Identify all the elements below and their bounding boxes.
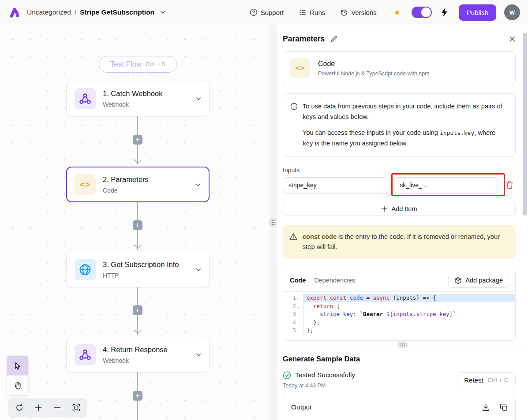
publish-button[interactable]: Publish	[459, 4, 496, 21]
code-editor[interactable]: 1⌄export const code = async (inputs) => …	[283, 291, 515, 340]
output-card: Output	[283, 396, 516, 420]
download-output-button[interactable]	[482, 403, 490, 412]
flow-canvas[interactable]: Test Flow Ctrl + D + + + + 1. Catch Webh…	[0, 25, 270, 420]
zoom-in-button[interactable]	[29, 398, 48, 417]
step-chevron-icon[interactable]	[195, 266, 202, 273]
panel-scrollbar-thumb[interactable]	[523, 33, 527, 216]
info-paragraph-2: You can access these inputs in your code…	[303, 128, 507, 149]
webhook-icon	[75, 88, 96, 109]
code-line-gutter: 1⌄	[283, 294, 303, 302]
step-subtitle: Code	[103, 187, 187, 194]
tab-dependencies[interactable]: Dependencies	[314, 277, 355, 284]
grip-dots-icon	[271, 220, 275, 225]
warning-text: const code is the entry to the code. If …	[303, 232, 508, 253]
code-line-gutter: 3	[283, 310, 303, 319]
code-line[interactable]: 4 };	[283, 319, 515, 327]
flow-title[interactable]: Stripe GetSubscription	[80, 8, 154, 16]
minus-icon	[53, 404, 61, 412]
activepieces-logo-icon[interactable]	[9, 7, 21, 19]
test-flow-label: Test Flow	[110, 60, 142, 69]
step-title: 2. Parameters	[103, 175, 187, 184]
select-tool-button[interactable]	[7, 356, 28, 375]
code-line[interactable]: 5};	[283, 327, 515, 335]
connector-arrow-icon	[134, 330, 142, 334]
test-status-text: Tested Successfully	[295, 371, 355, 379]
delete-input-button[interactable]	[504, 179, 516, 191]
fit-view-button[interactable]	[67, 398, 86, 417]
download-icon	[482, 403, 490, 412]
key-code: key	[303, 140, 313, 147]
step-title: 1. Catch Webhook	[103, 89, 188, 98]
add-package-button[interactable]: Add package	[448, 273, 509, 288]
test-timestamp: Today at 4:43 PM	[283, 383, 457, 389]
warning-triangle-icon	[289, 233, 297, 240]
instant-run-bolt-icon[interactable]	[441, 8, 448, 17]
add-step-button[interactable]: +	[133, 135, 142, 145]
globe-icon	[75, 259, 96, 280]
code-line[interactable]: 2⌄ return {	[283, 302, 515, 311]
canvas-zoom-group	[8, 398, 87, 417]
fit-view-icon	[72, 403, 81, 412]
support-button[interactable]: Support	[250, 8, 284, 16]
close-icon	[509, 36, 516, 42]
versions-button[interactable]: Versions	[340, 8, 377, 16]
add-item-button[interactable]: Add Item	[283, 202, 516, 216]
rename-step-button[interactable]	[330, 35, 337, 43]
step-settings-panel: Parameters <> Code Powerful Node.js & Ty…	[277, 25, 528, 420]
input-key-field[interactable]	[283, 177, 388, 193]
flow-enabled-toggle[interactable]	[412, 7, 432, 18]
connector-arrow-icon	[134, 245, 142, 249]
runs-button[interactable]: Runs	[299, 8, 325, 16]
step-chevron-icon[interactable]	[195, 95, 202, 102]
copy-output-button[interactable]	[500, 403, 508, 412]
step-chevron-icon[interactable]	[195, 351, 202, 358]
pencil-icon	[330, 35, 337, 43]
add-step-button[interactable]: +	[133, 220, 142, 230]
step-chevron-icon[interactable]	[195, 181, 202, 188]
top-header: Uncategorized / Stripe GetSubscription S…	[0, 0, 528, 25]
code-line[interactable]: 1⌄export const code = async (inputs) => …	[283, 294, 515, 302]
section-divider	[277, 345, 528, 345]
flow-menu-chevron-icon[interactable]	[160, 9, 166, 15]
add-step-button[interactable]: +	[133, 391, 142, 401]
test-flow-shortcut: Ctrl + D	[146, 61, 165, 67]
step-card-return-response[interactable]: 4. Return Response Webhook	[66, 337, 210, 372]
panel-resize-divider[interactable]	[270, 25, 277, 420]
copy-icon	[500, 403, 508, 412]
user-avatar[interactable]: W	[504, 4, 520, 20]
retest-button[interactable]: Retest Ctrl + G	[457, 372, 516, 388]
section-resize-handle[interactable]	[397, 342, 408, 348]
step-card-parameters[interactable]: <> 2. Parameters Code	[66, 167, 210, 202]
code-icon: <>	[75, 174, 96, 195]
code-line-gutter: 5	[283, 327, 303, 335]
divider-drag-handle[interactable]	[269, 218, 278, 227]
tab-code[interactable]: Code	[290, 277, 306, 284]
input-value-field[interactable]	[394, 177, 498, 193]
input-row	[283, 177, 516, 193]
grip-dots-icon	[400, 343, 405, 346]
inputs-info-card: To use data from previous steps in your …	[283, 93, 516, 157]
versions-history-icon	[340, 8, 348, 16]
breadcrumb-category[interactable]: Uncategorized	[27, 8, 71, 16]
zoom-out-button[interactable]	[48, 398, 67, 417]
inputs-label: Inputs	[283, 167, 516, 174]
close-panel-button[interactable]	[509, 36, 516, 42]
draft-status-dot	[395, 11, 399, 15]
fold-chevron-icon[interactable]: ⌄	[297, 302, 301, 311]
step-card-get-subscription-info[interactable]: 3. Get Subscription Info HTTP	[66, 252, 210, 287]
test-flow-button[interactable]: Test Flow Ctrl + D	[99, 56, 177, 73]
info-icon	[290, 103, 298, 110]
pan-tool-button[interactable]	[7, 375, 28, 395]
fold-chevron-icon[interactable]: ⌄	[297, 294, 301, 302]
panel-title: Parameters	[283, 34, 325, 44]
step-card-catch-webhook[interactable]: 1. Catch Webhook Webhook	[66, 81, 210, 116]
cursor-icon	[13, 361, 22, 370]
add-step-button[interactable]: +	[133, 305, 142, 315]
reset-view-button[interactable]	[10, 398, 29, 417]
code-editor-lines: 1⌄export const code = async (inputs) => …	[283, 294, 515, 335]
code-editor-card: Code Dependencies Add package 1⌄export c…	[283, 269, 516, 341]
add-package-label: Add package	[465, 277, 503, 284]
code-piece-icon: <>	[290, 58, 310, 78]
step-subtitle: HTTP	[103, 272, 188, 279]
code-line[interactable]: 3 stripe_key: `Bearer ${inputs.stripe_ke…	[283, 310, 515, 319]
